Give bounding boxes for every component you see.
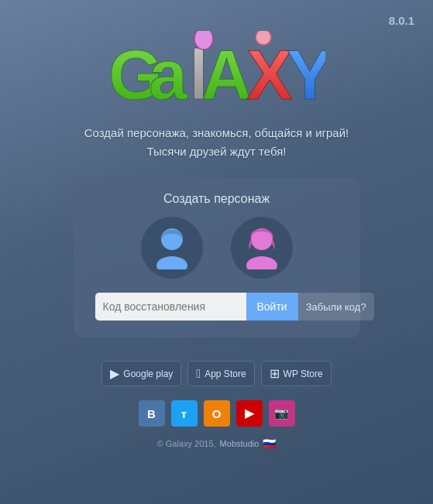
instagram-button[interactable]: 📷	[269, 400, 295, 427]
footer-copyright: © Galaxy 2015,	[157, 439, 216, 448]
svg-point-6	[194, 31, 213, 50]
store-buttons-row: ▶ Google play  App Store ⊞ WP Store	[101, 361, 331, 386]
svg-text:Y: Y	[287, 36, 325, 114]
recovery-code-input[interactable]	[95, 293, 246, 321]
youtube-button[interactable]: ▶	[236, 400, 263, 427]
male-avatar-icon	[153, 227, 191, 269]
card-title: Создать персонаж	[163, 192, 270, 206]
footer-link[interactable]: Mobstudio	[220, 439, 259, 448]
svg-point-9	[156, 256, 187, 269]
svg-point-11	[246, 256, 277, 269]
footer: © Galaxy 2015, Mobstudio 🇷🇺	[157, 437, 277, 450]
google-play-icon: ▶	[110, 366, 119, 381]
logo-area: G a l A X Y	[84, 31, 349, 161]
google-play-label: Google play	[123, 369, 173, 379]
galaxy-logo: G a l A X Y	[108, 31, 325, 116]
female-avatar-icon	[242, 227, 281, 269]
version-label: 8.0.1	[389, 14, 414, 27]
russia-flag-icon: 🇷🇺	[263, 437, 276, 450]
app-store-button[interactable]:  App Store	[187, 361, 254, 386]
wp-store-button[interactable]: ⊞ WP Store	[261, 361, 332, 386]
male-avatar-button[interactable]	[141, 217, 203, 279]
create-character-card: Создать персонаж Войти Забыл	[74, 178, 360, 338]
login-row: Войти Забыли код?	[95, 293, 338, 321]
apple-icon: 	[196, 367, 201, 381]
login-button[interactable]: Войти	[246, 293, 298, 321]
avatars-row	[141, 217, 293, 279]
tagline: Создай персонажа, знакомься, общайся и и…	[84, 124, 349, 161]
svg-point-7	[256, 31, 271, 45]
odnoklassniki-button[interactable]: О	[204, 400, 230, 427]
vk-button[interactable]: В	[139, 400, 165, 427]
svg-text:a: a	[149, 36, 188, 114]
forgot-code-button[interactable]: Забыли код?	[298, 293, 374, 321]
windows-icon: ⊞	[270, 366, 280, 381]
app-store-label: App Store	[204, 369, 246, 379]
twitter-button[interactable]: т	[171, 400, 198, 427]
social-buttons-row: В т О ▶ 📷	[139, 400, 295, 427]
google-play-button[interactable]: ▶ Google play	[101, 361, 181, 386]
female-avatar-button[interactable]	[231, 217, 293, 279]
wp-store-label: WP Store	[284, 369, 323, 379]
